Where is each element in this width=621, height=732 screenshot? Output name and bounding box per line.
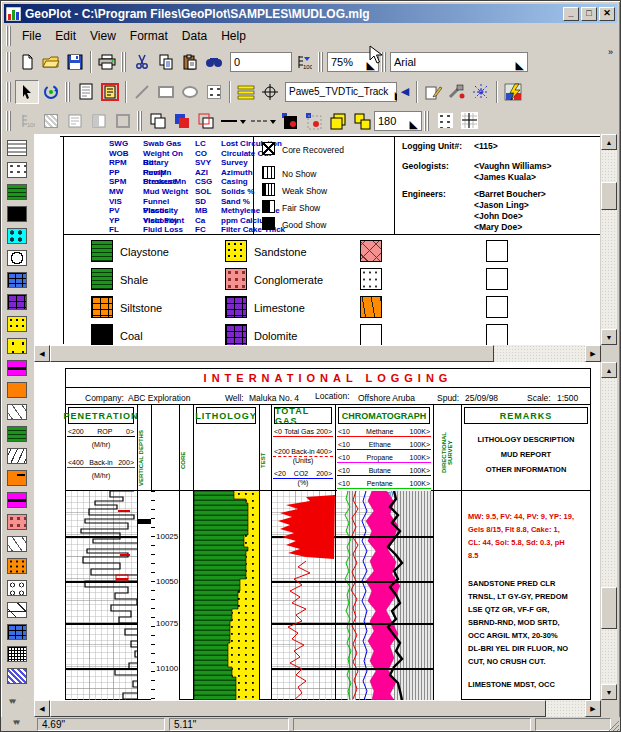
dash-style-combo[interactable] <box>248 109 278 133</box>
scroll-up-icon[interactable]: ▲ <box>601 134 617 150</box>
menu-edit[interactable]: Edit <box>48 27 83 45</box>
order-solid-button[interactable] <box>170 109 194 133</box>
snap-grid-button[interactable] <box>469 80 493 104</box>
toolbar-grip[interactable] <box>318 52 325 72</box>
send-back-button[interactable] <box>194 109 218 133</box>
grid-axes-button[interactable] <box>457 109 481 133</box>
pattern-white-squiggles[interactable] <box>7 448 27 464</box>
depth-track[interactable]: 10025 10050 10075 10100 <box>151 491 179 700</box>
scroll-right-icon[interactable]: ▶ <box>585 345 601 362</box>
menu-format[interactable]: Format <box>123 27 175 45</box>
line-tool-button[interactable] <box>130 80 154 104</box>
legend-vertical-scrollbar[interactable]: ▲ ▼ <box>601 134 617 345</box>
scroll-thumb[interactable] <box>601 587 617 629</box>
edit-note-button[interactable] <box>421 80 445 104</box>
depth-input[interactable] <box>234 56 288 68</box>
menu-view[interactable]: View <box>83 27 123 45</box>
toolbar-grip[interactable] <box>137 111 144 131</box>
scroll-down-icon[interactable]: ▼ <box>601 329 617 345</box>
print-button[interactable] <box>95 50 119 74</box>
menu-grip[interactable] <box>6 26 13 46</box>
pattern-grey-squiggles[interactable] <box>7 404 27 420</box>
pattern-open-circle[interactable] <box>7 250 27 266</box>
pattern-fill-button-disabled[interactable] <box>39 109 63 133</box>
copy-button[interactable] <box>154 50 178 74</box>
dropdown-arrow-icon[interactable]: ◣ <box>403 113 418 129</box>
pattern-magenta-stripe-2[interactable] <box>7 492 27 508</box>
toolbar-grip[interactable] <box>121 52 128 72</box>
pattern-magenta-stripe[interactable] <box>7 360 27 376</box>
select-tool-button[interactable] <box>15 80 39 104</box>
pattern-solid-orange[interactable] <box>7 382 27 398</box>
toolbar-grip[interactable] <box>6 82 13 102</box>
palette-more-chevron-icon[interactable]: ▾▾ <box>9 696 14 706</box>
log-horizontal-scrollbar[interactable]: ◀ ▶ <box>34 700 601 717</box>
scroll-left-icon[interactable]: ◀ <box>34 700 50 717</box>
legend-horizontal-scrollbar[interactable]: ◀ ▶ <box>34 345 601 362</box>
log-pane[interactable]: INTERNATIONAL LOGGING Company: ABC Explo… <box>34 362 600 700</box>
crosshair-tool-button[interactable] <box>258 80 282 104</box>
pattern-blue-diagonal[interactable] <box>7 668 27 684</box>
menu-file[interactable]: File <box>15 27 48 45</box>
pattern-orange-scatter[interactable] <box>7 558 27 574</box>
grid-dots-button[interactable] <box>433 109 457 133</box>
track-lines-button[interactable] <box>234 80 258 104</box>
lithology-track-plot[interactable] <box>194 491 259 700</box>
resize-grip-icon[interactable] <box>608 720 620 732</box>
new-button[interactable] <box>15 50 39 74</box>
find-button[interactable] <box>202 50 226 74</box>
quick-plot-button[interactable] <box>501 80 525 104</box>
penetration-track-plot[interactable] <box>66 491 137 700</box>
active-page-button[interactable] <box>98 80 122 104</box>
log-vertical-scrollbar[interactable]: ▲ ▼ <box>601 362 617 700</box>
scroll-thumb[interactable] <box>50 345 494 362</box>
pattern-purple-brick[interactable] <box>7 294 27 310</box>
scroll-thumb[interactable] <box>50 700 546 717</box>
chromatograph-track-plot[interactable] <box>336 491 433 700</box>
line-style-combo[interactable] <box>218 109 248 133</box>
goto-depth-button[interactable]: 100 <box>292 50 316 74</box>
half-fill-button-disabled[interactable] <box>87 109 111 133</box>
toolbar-grip[interactable] <box>6 52 13 72</box>
prev-track-button[interactable]: ◀ <box>397 80 413 104</box>
scroll-thumb[interactable] <box>601 182 617 210</box>
pattern-cyan-pebbles[interactable] <box>7 228 27 244</box>
menu-data[interactable]: Data <box>175 27 214 45</box>
depth-scale-button-disabled[interactable]: 100 <box>15 109 39 133</box>
toolbar-grip[interactable] <box>424 111 431 131</box>
pattern-fossil-marks[interactable] <box>7 580 27 596</box>
pattern-dense-squiggles[interactable] <box>7 536 27 552</box>
directional-track[interactable] <box>434 491 461 700</box>
pattern-green-lines[interactable] <box>7 184 27 200</box>
open-button[interactable] <box>39 50 63 74</box>
track-combo[interactable]: Pawe5_TVDTic_Track ◣ <box>285 82 397 102</box>
bring-front-button[interactable] <box>146 109 170 133</box>
frame-button-disabled[interactable] <box>111 109 135 133</box>
zoom-combo[interactable]: 75% ◣ <box>327 52 379 72</box>
dropdown-arrow-icon[interactable]: ◣ <box>360 54 375 70</box>
cut-button[interactable] <box>130 50 154 74</box>
tools-button[interactable] <box>445 80 469 104</box>
pattern-tool-button[interactable] <box>202 80 226 104</box>
group-button[interactable] <box>326 109 350 133</box>
toolbar-grip[interactable] <box>6 111 13 131</box>
scroll-up-icon[interactable]: ▲ <box>601 362 617 378</box>
fill-color-button[interactable] <box>278 109 302 133</box>
pattern-orange-dash[interactable] <box>7 470 27 486</box>
title-bar[interactable]: GeoPlot - C:\Program Files\GeoPlot\SAMPL… <box>4 4 617 23</box>
no-fill-button[interactable] <box>302 109 326 133</box>
rectangle-tool-button[interactable] <box>154 80 178 104</box>
text-block-button-disabled[interactable] <box>63 109 87 133</box>
angle-combo[interactable]: 180 ◣ <box>374 111 422 131</box>
save-button[interactable] <box>63 50 87 74</box>
pattern-black-grid[interactable] <box>7 646 27 662</box>
pattern-green-lines-2[interactable] <box>7 426 27 442</box>
palette-chevron-icon[interactable]: ▾▾ <box>13 717 18 727</box>
font-combo[interactable]: Arial ◣ <box>390 52 528 72</box>
ungroup-button[interactable] <box>350 109 374 133</box>
scroll-down-icon[interactable]: ▼ <box>601 684 617 700</box>
pattern-yellow-dense-dots[interactable] <box>7 316 27 332</box>
pattern-yellow-sparse-dots[interactable] <box>7 338 27 354</box>
toolbar-grip[interactable] <box>65 82 72 102</box>
toolbar-overflow-chevron[interactable]: » <box>608 47 613 57</box>
